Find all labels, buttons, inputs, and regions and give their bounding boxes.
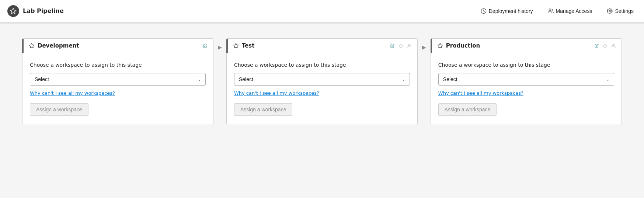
development-stage-actions xyxy=(202,43,208,49)
manage-access-button[interactable]: Manage Access xyxy=(545,7,595,15)
svg-point-4 xyxy=(408,44,410,46)
production-stage-actions xyxy=(594,43,616,49)
production-history-icon[interactable] xyxy=(602,43,608,49)
stage-production-header: Production xyxy=(431,38,622,53)
stage-test-header-left: Test xyxy=(233,42,255,49)
stage-development: Development Choose a workspace to assign… xyxy=(22,38,213,125)
production-edit-icon[interactable] xyxy=(594,43,599,49)
stage-production-header-left: Production xyxy=(437,42,480,49)
settings-button[interactable]: Settings xyxy=(604,7,637,15)
test-workspace-select[interactable]: Select xyxy=(234,73,410,86)
settings-label: Settings xyxy=(615,8,634,14)
production-stage-card: Choose a workspace to assign to this sta… xyxy=(431,53,622,125)
app-logo xyxy=(7,5,19,17)
deployment-history-label: Deployment history xyxy=(489,8,533,14)
arrow-icon-2: ▶ xyxy=(422,44,426,50)
production-workspace-link[interactable]: Why can't I see all my workspaces? xyxy=(438,90,523,96)
svg-point-6 xyxy=(612,44,614,46)
stage-development-header-left: Development xyxy=(29,42,79,49)
arrow-test-to-prod: ▶ xyxy=(418,44,431,50)
test-card-title: Choose a workspace to assign to this sta… xyxy=(234,62,410,68)
stages-container: Development Choose a workspace to assign… xyxy=(22,38,622,125)
development-card-title: Choose a workspace to assign to this sta… xyxy=(30,62,206,68)
test-workspace-link[interactable]: Why can't I see all my workspaces? xyxy=(234,90,319,96)
test-stage-card: Choose a workspace to assign to this sta… xyxy=(226,53,418,125)
svg-point-1 xyxy=(549,9,551,11)
development-workspace-select[interactable]: Select xyxy=(30,73,206,86)
header-left: Lab Pipeline xyxy=(7,5,64,17)
test-assign-button[interactable]: Assign a workspace xyxy=(234,103,293,116)
app-header: Lab Pipeline Deployment history Manage A… xyxy=(0,0,644,22)
svg-point-2 xyxy=(609,10,610,12)
stage-development-header: Development xyxy=(22,38,213,53)
development-assign-button[interactable]: Assign a workspace xyxy=(30,103,88,116)
arrow-dev-to-test: ▶ xyxy=(213,44,226,50)
header-actions: Deployment history Manage Access Setting… xyxy=(478,7,637,15)
test-stage-icon xyxy=(233,43,239,49)
test-stage-name: Test xyxy=(242,42,255,49)
production-assign-button[interactable]: Assign a workspace xyxy=(438,103,497,116)
stage-test-header: Test xyxy=(226,38,418,53)
stage-production: Production xyxy=(431,38,622,125)
production-select-wrapper: Select ⌄ xyxy=(438,73,614,86)
production-workspace-select[interactable]: Select xyxy=(438,73,614,86)
test-edit-icon[interactable] xyxy=(390,43,395,49)
development-select-wrapper: Select ⌄ xyxy=(30,73,206,86)
test-history-icon[interactable] xyxy=(398,43,404,49)
development-edit-icon[interactable] xyxy=(202,43,208,49)
production-stage-icon xyxy=(437,43,443,49)
app-title: Lab Pipeline xyxy=(23,7,64,14)
settings-icon xyxy=(607,8,613,14)
main-content: Development Choose a workspace to assign… xyxy=(0,24,644,198)
stage-test: Test xyxy=(226,38,418,125)
manage-access-icon xyxy=(548,8,554,14)
test-stage-actions xyxy=(390,43,412,49)
test-access-icon[interactable] xyxy=(407,43,412,49)
test-select-wrapper: Select ⌄ xyxy=(234,73,410,86)
history-icon xyxy=(481,8,487,14)
manage-access-label: Manage Access xyxy=(556,8,592,14)
deployment-history-button[interactable]: Deployment history xyxy=(478,7,536,15)
production-access-icon[interactable] xyxy=(611,43,616,49)
production-stage-name: Production xyxy=(446,42,480,49)
development-stage-name: Development xyxy=(38,42,79,49)
production-card-title: Choose a workspace to assign to this sta… xyxy=(438,62,614,68)
development-stage-card: Choose a workspace to assign to this sta… xyxy=(22,53,213,125)
development-stage-icon xyxy=(29,43,35,49)
arrow-icon-1: ▶ xyxy=(218,44,222,50)
development-workspace-link[interactable]: Why can't I see all my workspaces? xyxy=(30,90,115,96)
